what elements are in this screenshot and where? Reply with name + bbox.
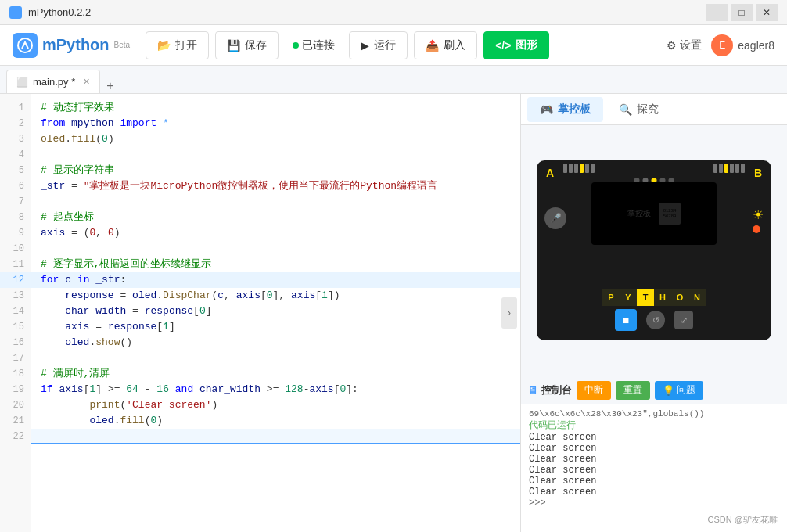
run-icon: ▶ <box>361 39 369 52</box>
tab-main-py[interactable]: ⬜ main.py * ✕ <box>6 70 100 93</box>
reset-button[interactable]: 重置 <box>616 381 650 400</box>
board-expand-button[interactable]: ⤢ <box>674 311 693 329</box>
code-line-3: oled.fill(0) <box>31 131 520 147</box>
right-tabs: 🎮 掌控板 🔍 探究 <box>521 94 787 125</box>
line-number-17: 17 <box>0 350 31 366</box>
graphic-button[interactable]: </> 图形 <box>483 31 549 59</box>
code-editor[interactable]: 1 2 3 4 5 6 7 8 9 10 11 ▶ 12 13 14 15 16… <box>0 94 521 532</box>
scroll-right-button[interactable]: › <box>501 297 517 329</box>
board-stop-button[interactable]: ■ <box>615 309 637 331</box>
code-line-12: for c in _str: <box>31 272 520 288</box>
flash-button[interactable]: 📤 刷入 <box>414 31 477 59</box>
board-reset-button[interactable]: ↺ <box>646 311 665 329</box>
code-line-21: oled.fill(0) <box>31 413 520 429</box>
letter-o: O <box>671 289 688 306</box>
line-number-19: 19 <box>0 382 31 397</box>
line-number-2: 2 <box>0 116 31 131</box>
console-content[interactable]: 69\x6c\x6c\x28\x30\x23",globals()) 代码已运行… <box>521 404 787 532</box>
logo-icon <box>13 33 38 58</box>
letter-h: H <box>654 289 671 306</box>
line-numbers: 1 2 3 4 5 6 7 8 9 10 11 ▶ 12 13 14 15 16… <box>0 94 31 532</box>
user-label: eagler8 <box>738 39 774 52</box>
explore-icon: 🔍 <box>619 103 632 116</box>
code-line-2: from mpython import * <box>31 116 520 131</box>
console-output-6: Clear screen <box>529 487 779 498</box>
line-number-12: ▶ 12 <box>0 272 31 288</box>
minimize-button[interactable]: — <box>706 4 728 21</box>
graphic-icon: </> <box>495 39 511 52</box>
logo-beta: Beta <box>114 41 131 49</box>
device-board: A B 掌控板 01234 56789 <box>537 160 771 340</box>
control-board-icon: 🎮 <box>540 103 553 116</box>
line-number-22: 22 <box>0 429 31 444</box>
board-label-b: B <box>754 167 762 179</box>
tab-control-board[interactable]: 🎮 掌控板 <box>527 97 603 122</box>
main-content: 1 2 3 4 5 6 7 8 9 10 11 ▶ 12 13 14 15 16… <box>0 94 787 532</box>
device-display: A B 掌控板 01234 56789 <box>521 125 787 376</box>
microphone-area: 🎤 <box>544 207 566 229</box>
code-line-16: oled.show() <box>31 335 520 350</box>
line-number-4: 4 <box>0 147 31 163</box>
title-bar: mPython0.2.2 — □ ✕ <box>0 0 787 25</box>
maximize-button[interactable]: □ <box>731 4 753 21</box>
hint-icon: 💡 <box>663 385 674 396</box>
oled-screen: 掌控板 01234 56789 <box>591 182 717 245</box>
board-control-buttons: ■ ↺ ⤢ <box>615 309 693 331</box>
add-tab-button[interactable]: + <box>106 79 113 93</box>
code-content[interactable]: # 动态打字效果 from mpython import * oled.fill… <box>31 94 520 532</box>
line-number-8: 8 <box>0 210 31 225</box>
user-button[interactable]: E eagler8 <box>711 34 774 56</box>
connected-dot <box>293 42 299 49</box>
board-label-a: A <box>546 167 554 179</box>
close-button[interactable]: ✕ <box>756 4 778 21</box>
page-watermark: CSDN @驴友花雕 <box>708 514 778 526</box>
console-tab-text: 控制台 <box>541 383 572 397</box>
line-number-1: 1 <box>0 100 31 116</box>
console-area: 🖥 控制台 中断 重置 💡 问题 69\x6c\x6c\x28\x30\x23"… <box>521 376 787 532</box>
interrupt-button[interactable]: 中断 <box>577 381 611 400</box>
code-area: 1 2 3 4 5 6 7 8 9 10 11 ▶ 12 13 14 15 16… <box>0 94 520 532</box>
tab-explore[interactable]: 🔍 探究 <box>606 97 671 122</box>
hint-button[interactable]: 💡 问题 <box>655 381 703 400</box>
line-number-3: 3 <box>0 131 31 147</box>
console-output-3: Clear screen <box>529 454 779 465</box>
console-output-2: Clear screen <box>529 443 779 454</box>
letter-n: N <box>688 289 706 306</box>
code-line-8: # 起点坐标 <box>31 210 520 225</box>
code-line-6: _str = "掌控板是一块MicroPython微控制器板，使用当下最流行的P… <box>31 178 520 194</box>
window-controls: — □ ✕ <box>706 4 778 21</box>
console-prompt: >>> <box>529 498 779 509</box>
console-label: 🖥 控制台 <box>527 383 572 397</box>
letter-p: P <box>602 289 620 306</box>
settings-button[interactable]: ⚙ 设置 <box>667 38 702 52</box>
light-sensor: ☀ <box>753 207 764 233</box>
title-bar-left: mPython0.2.2 <box>9 6 91 19</box>
code-line-19: if axis[1] >= 64 - 16 and char_width >= … <box>31 382 520 397</box>
open-button[interactable]: 📂 打开 <box>146 31 209 59</box>
settings-icon: ⚙ <box>667 39 677 52</box>
console-running-status: 代码已运行 <box>529 419 779 432</box>
code-line-11: # 逐字显示,根据返回的坐标续继显示 <box>31 257 520 272</box>
logo-text: mPython <box>42 36 110 54</box>
console-output-1: Clear screen <box>529 432 779 443</box>
code-line-9: axis = (0, 0) <box>31 225 520 241</box>
save-button[interactable]: 💾 保存 <box>215 31 279 59</box>
code-line-15: axis = response[1] <box>31 319 520 335</box>
code-line-4 <box>31 147 520 163</box>
console-icon: 🖥 <box>527 384 538 397</box>
light-icon: ☀ <box>753 208 764 221</box>
line-number-15: 15 <box>0 319 31 335</box>
connected-label: 已连接 <box>302 38 335 52</box>
save-label: 保存 <box>245 38 267 52</box>
open-icon: 📂 <box>157 39 171 52</box>
explore-label: 探究 <box>637 102 659 117</box>
toolbar-right: ⚙ 设置 E eagler8 <box>667 34 774 56</box>
flash-label: 刷入 <box>444 38 465 52</box>
run-button[interactable]: ▶ 运行 <box>349 31 408 59</box>
tab-close-button[interactable]: ✕ <box>83 77 90 87</box>
console-output-4: Clear screen <box>529 465 779 476</box>
code-line-14: char_width = response[0] <box>31 304 520 319</box>
line-number-14: 14 <box>0 304 31 319</box>
app-icon <box>9 6 22 19</box>
line-number-5: 5 <box>0 163 31 178</box>
